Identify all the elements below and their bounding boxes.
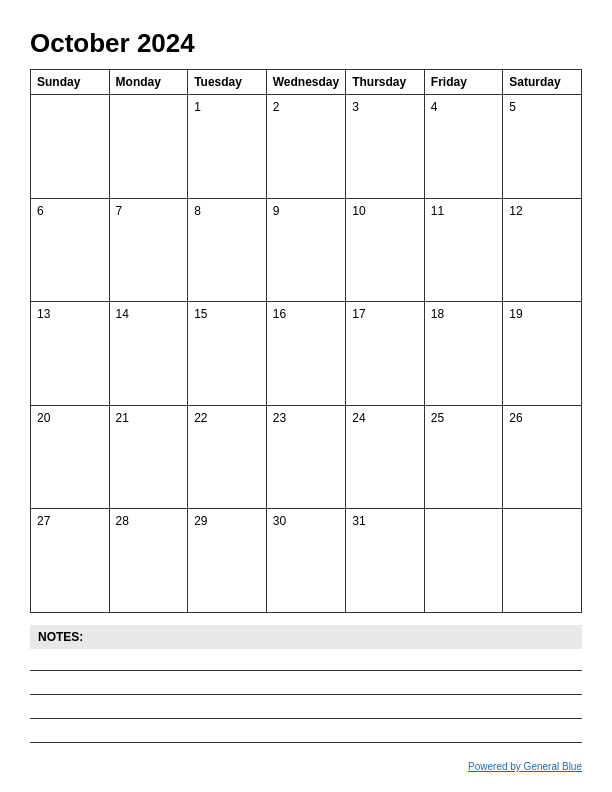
header-wednesday: Wednesday <box>266 70 345 95</box>
header-thursday: Thursday <box>346 70 425 95</box>
calendar-cell: 16 <box>266 302 345 406</box>
day-number: 23 <box>273 411 286 425</box>
calendar-cell: 23 <box>266 405 345 509</box>
calendar-cell: 30 <box>266 509 345 613</box>
week-row-3: 13141516171819 <box>31 302 582 406</box>
day-number: 24 <box>352 411 365 425</box>
day-number: 19 <box>509 307 522 321</box>
week-row-5: 2728293031 <box>31 509 582 613</box>
calendar-cell: 3 <box>346 95 425 199</box>
calendar-cell: 18 <box>424 302 503 406</box>
calendar-cell: 13 <box>31 302 110 406</box>
calendar-cell: 14 <box>109 302 188 406</box>
day-number: 1 <box>194 100 201 114</box>
calendar-cell: 20 <box>31 405 110 509</box>
calendar-cell: 1 <box>188 95 267 199</box>
header-monday: Monday <box>109 70 188 95</box>
calendar-cell: 4 <box>424 95 503 199</box>
day-number: 3 <box>352 100 359 114</box>
day-number: 27 <box>37 514 50 528</box>
calendar-cell: 9 <box>266 198 345 302</box>
calendar-cell: 31 <box>346 509 425 613</box>
calendar-table: SundayMondayTuesdayWednesdayThursdayFrid… <box>30 69 582 613</box>
powered-by-link[interactable]: Powered by General Blue <box>468 761 582 772</box>
calendar-cell: 29 <box>188 509 267 613</box>
notes-section: NOTES: <box>30 625 582 753</box>
calendar-cell <box>109 95 188 199</box>
calendar-cell: 22 <box>188 405 267 509</box>
day-number: 18 <box>431 307 444 321</box>
day-number: 16 <box>273 307 286 321</box>
calendar-cell: 15 <box>188 302 267 406</box>
day-number: 10 <box>352 204 365 218</box>
header-friday: Friday <box>424 70 503 95</box>
day-number: 2 <box>273 100 280 114</box>
calendar-cell: 25 <box>424 405 503 509</box>
notes-line-2 <box>30 681 582 695</box>
calendar-cell: 12 <box>503 198 582 302</box>
notes-line-3 <box>30 705 582 719</box>
calendar-cell: 11 <box>424 198 503 302</box>
week-row-4: 20212223242526 <box>31 405 582 509</box>
calendar-cell: 8 <box>188 198 267 302</box>
day-number: 26 <box>509 411 522 425</box>
day-number: 25 <box>431 411 444 425</box>
calendar-cell <box>503 509 582 613</box>
day-number: 7 <box>116 204 123 218</box>
week-row-1: 12345 <box>31 95 582 199</box>
calendar-cell <box>424 509 503 613</box>
page: October 2024 SundayMondayTuesdayWednesda… <box>0 0 612 792</box>
day-number: 5 <box>509 100 516 114</box>
calendar-cell: 28 <box>109 509 188 613</box>
day-number: 12 <box>509 204 522 218</box>
day-number: 15 <box>194 307 207 321</box>
day-number: 8 <box>194 204 201 218</box>
day-number: 29 <box>194 514 207 528</box>
calendar-cell: 2 <box>266 95 345 199</box>
calendar-title: October 2024 <box>30 28 582 59</box>
header-saturday: Saturday <box>503 70 582 95</box>
calendar-cell: 17 <box>346 302 425 406</box>
day-number: 21 <box>116 411 129 425</box>
notes-label: NOTES: <box>30 625 582 649</box>
header-tuesday: Tuesday <box>188 70 267 95</box>
calendar-cell: 24 <box>346 405 425 509</box>
calendar-cell: 26 <box>503 405 582 509</box>
powered-by: Powered by General Blue <box>30 761 582 772</box>
day-number: 4 <box>431 100 438 114</box>
day-number: 11 <box>431 204 444 218</box>
day-number: 17 <box>352 307 365 321</box>
day-number: 13 <box>37 307 50 321</box>
calendar-cell: 27 <box>31 509 110 613</box>
header-sunday: Sunday <box>31 70 110 95</box>
calendar-cell: 5 <box>503 95 582 199</box>
notes-line-1 <box>30 657 582 671</box>
day-number: 9 <box>273 204 280 218</box>
calendar-cell: 6 <box>31 198 110 302</box>
day-number: 31 <box>352 514 365 528</box>
day-number: 14 <box>116 307 129 321</box>
day-number: 6 <box>37 204 44 218</box>
header-row: SundayMondayTuesdayWednesdayThursdayFrid… <box>31 70 582 95</box>
calendar-cell: 19 <box>503 302 582 406</box>
calendar-cell <box>31 95 110 199</box>
day-number: 22 <box>194 411 207 425</box>
day-number: 28 <box>116 514 129 528</box>
notes-line-4 <box>30 729 582 743</box>
calendar-cell: 10 <box>346 198 425 302</box>
week-row-2: 6789101112 <box>31 198 582 302</box>
day-number: 20 <box>37 411 50 425</box>
day-number: 30 <box>273 514 286 528</box>
calendar-cell: 21 <box>109 405 188 509</box>
calendar-cell: 7 <box>109 198 188 302</box>
